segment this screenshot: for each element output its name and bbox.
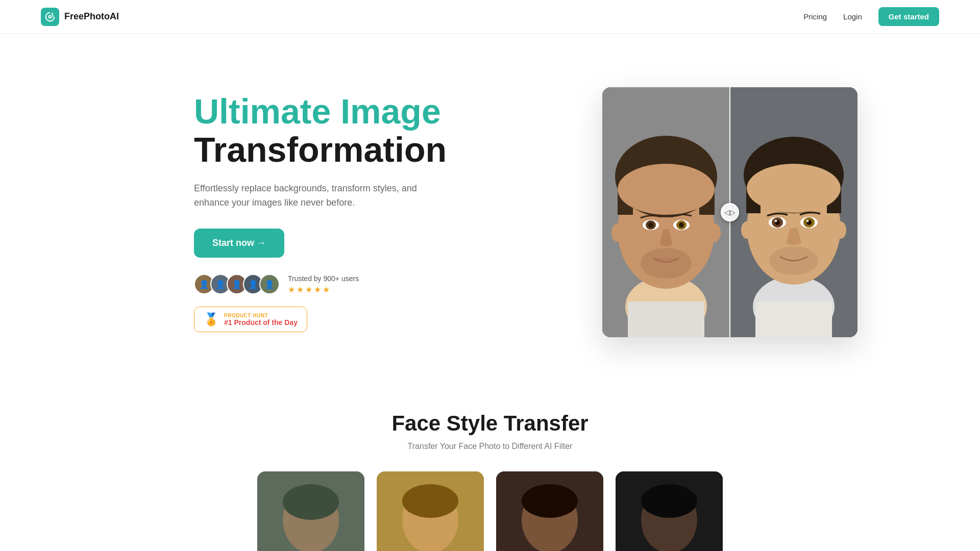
nav-links: Pricing Login Get started <box>803 7 939 26</box>
trust-section: 👤 👤 👤 👤 👤 Trusted by 900+ users ★ ★ ★ ★ … <box>194 274 447 294</box>
svg-point-14 <box>679 222 684 228</box>
face-style-section: Face Style Transfer Transfer Your Face P… <box>0 381 980 551</box>
svg-rect-3 <box>628 302 704 337</box>
divider-handle[interactable]: ◁▷ <box>721 203 739 221</box>
svg-rect-20 <box>755 302 832 337</box>
star-3: ★ <box>305 285 312 294</box>
hero-image: ◁▷ <box>592 87 868 337</box>
user-avatars: 👤 👤 👤 👤 👤 <box>194 274 280 294</box>
trust-info: Trusted by 900+ users ★ ★ ★ ★ ★ <box>288 274 359 294</box>
svg-point-34 <box>769 246 818 275</box>
handle-icon: ◁▷ <box>724 208 736 216</box>
svg-point-45 <box>522 484 578 518</box>
comparison-right <box>730 87 857 337</box>
face-card-1[interactable] <box>257 471 364 551</box>
face-cards <box>41 471 939 551</box>
svg-point-33 <box>806 220 809 222</box>
svg-point-11 <box>648 222 653 228</box>
svg-point-35 <box>741 221 752 239</box>
svg-point-0 <box>49 15 52 18</box>
comparison-slider[interactable]: ◁▷ <box>602 87 857 337</box>
hero-content: Ultimate Image Transformation Effortless… <box>194 92 447 332</box>
product-hunt-badge[interactable]: 🏅 PRODUCT HUNT #1 Product of the Day <box>194 307 307 332</box>
svg-point-17 <box>708 223 721 242</box>
svg-point-16 <box>611 223 624 242</box>
svg-point-32 <box>775 220 777 222</box>
star-2: ★ <box>297 285 304 294</box>
svg-point-36 <box>835 221 846 239</box>
hero-subtitle: Effortlessly replace backgrounds, transf… <box>194 181 439 211</box>
star-5: ★ <box>323 285 330 294</box>
star-rating: ★ ★ ★ ★ ★ <box>288 285 359 294</box>
star-4: ★ <box>314 285 321 294</box>
hero-title-dark: Transformation <box>194 130 447 169</box>
get-started-button[interactable]: Get started <box>878 7 939 26</box>
svg-point-15 <box>641 248 692 279</box>
face-style-subtitle: Transfer Your Face Photo to Different AI… <box>41 442 939 451</box>
face-card-3[interactable] <box>496 471 603 551</box>
hero-title-colored: Ultimate Image <box>194 92 441 131</box>
navbar: FreePhotoAI Pricing Login Get started <box>0 0 980 34</box>
avatar-5: 👤 <box>259 274 280 294</box>
logo-icon <box>41 8 59 26</box>
product-hunt-info: PRODUCT HUNT #1 Product of the Day <box>224 313 298 327</box>
hero-section: Ultimate Image Transformation Effortless… <box>0 34 980 381</box>
svg-point-42 <box>402 484 458 518</box>
product-hunt-icon: 🏅 <box>204 312 219 327</box>
svg-point-48 <box>641 484 697 518</box>
logo-text: FreePhotoAI <box>64 11 119 22</box>
product-hunt-title: #1 Product of the Day <box>224 318 298 327</box>
product-hunt-label: PRODUCT HUNT <box>224 313 298 318</box>
start-now-button[interactable]: Start now → <box>194 229 284 258</box>
login-link[interactable]: Login <box>843 12 862 21</box>
hero-title: Ultimate Image Transformation <box>194 92 447 169</box>
svg-point-39 <box>283 484 339 520</box>
trust-text: Trusted by 900+ users <box>288 274 359 283</box>
comparison-left <box>602 87 730 337</box>
svg-point-25 <box>747 164 841 213</box>
logo[interactable]: FreePhotoAI <box>41 8 119 26</box>
star-1: ★ <box>288 285 295 294</box>
face-card-2[interactable] <box>377 471 484 551</box>
face-style-title: Face Style Transfer <box>41 411 939 436</box>
svg-point-8 <box>618 164 715 215</box>
face-card-4[interactable] <box>616 471 723 551</box>
pricing-link[interactable]: Pricing <box>803 12 827 21</box>
